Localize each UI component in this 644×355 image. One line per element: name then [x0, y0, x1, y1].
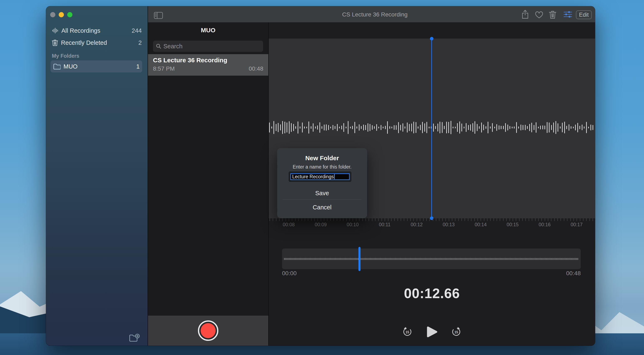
dialog-title: New Folder	[277, 155, 367, 162]
window-title: CS Lecture 36 Recording	[342, 11, 408, 18]
text-caret	[334, 174, 335, 179]
new-folder-dialog: New Folder Enter a name for this folder.…	[277, 148, 367, 218]
trash-icon	[549, 9, 556, 20]
list-header: MUO	[148, 27, 268, 34]
time-ruler-labels: 00:0800:0900:1000:1100:1200:1300:1400:15…	[269, 222, 595, 228]
playback-settings-button[interactable]	[563, 9, 572, 20]
edit-button[interactable]: Edit	[576, 11, 592, 19]
save-button[interactable]: Save	[277, 187, 367, 199]
time-ruler-ticks	[269, 218, 595, 221]
sidebar: All Recordings 244 Recently Deleted 2 My…	[46, 6, 148, 346]
delete-button[interactable]	[549, 9, 558, 20]
trash-icon	[52, 39, 58, 46]
sidebar-section-my-folders: My Folders	[52, 53, 79, 59]
cancel-button[interactable]: Cancel	[277, 201, 367, 213]
folder-plus-icon	[129, 333, 140, 343]
voice-memos-window: All Recordings 244 Recently Deleted 2 My…	[46, 6, 595, 346]
folder-name-input[interactable]: Lecture Recordings	[290, 173, 350, 180]
recording-duration: 00:48	[249, 65, 263, 72]
share-button[interactable]	[521, 9, 530, 20]
playback-settings-icon	[563, 9, 572, 20]
folder-label: MUO	[64, 63, 78, 70]
detail-pane: 00:0800:0900:1000:1100:1200:1300:1400:15…	[269, 23, 595, 346]
skip-back-15-icon: 15	[402, 327, 412, 337]
search-placeholder: Search	[164, 43, 182, 50]
sidebar-item-count: 2	[138, 39, 142, 46]
overview-scrubber[interactable]	[282, 248, 581, 269]
sidebar-item-label: Recently Deleted	[61, 39, 107, 46]
overview-start-label: 00:00	[282, 270, 296, 277]
sidebar-item-label: All Recordings	[62, 27, 100, 34]
svg-text:15: 15	[406, 330, 409, 334]
recording-title: CS Lecture 36 Recording	[153, 57, 263, 64]
recording-time: 8:57 PM	[153, 65, 175, 72]
record-button-dot	[201, 323, 216, 338]
window-zoom-button[interactable]	[67, 12, 72, 17]
play-icon	[426, 326, 438, 338]
folder-name-value: Lecture Recordings	[292, 174, 334, 180]
record-strip	[148, 316, 268, 346]
svg-text:15: 15	[454, 330, 458, 334]
overview-waveform	[284, 258, 579, 260]
sidebar-item-recently-deleted[interactable]: Recently Deleted 2	[49, 37, 144, 49]
share-icon	[521, 9, 529, 20]
dialog-message: Enter a name for this folder.	[277, 164, 367, 170]
new-folder-button[interactable]	[129, 333, 140, 343]
recording-list-item[interactable]: CS Lecture 36 Recording 8:57 PM 00:48	[148, 54, 268, 76]
skip-forward-15-button[interactable]: 15	[451, 327, 461, 337]
window-minimize-button[interactable]	[59, 12, 64, 17]
waveform-icon	[52, 27, 58, 34]
current-time-display: 00:12.66	[404, 285, 460, 301]
folder-count: 1	[136, 63, 140, 70]
search-input[interactable]: Search	[153, 41, 263, 52]
toolbar: CS Lecture 36 Recording	[148, 6, 595, 23]
skip-forward-15-icon: 15	[451, 327, 461, 337]
playhead-top-dot	[430, 37, 433, 41]
window-close-button[interactable]	[50, 12, 55, 17]
record-button[interactable]	[198, 320, 218, 341]
heart-icon	[534, 9, 544, 20]
sidebar-toggle-icon	[154, 12, 163, 19]
search-icon	[156, 44, 161, 49]
sidebar-item-folder-muo[interactable]: MUO 1	[50, 60, 142, 73]
overview-end-label: 00:48	[566, 270, 581, 277]
recordings-list-panel: MUO Search CS Lecture 36 Recording 8:57 …	[148, 23, 268, 346]
sidebar-toggle-button[interactable]	[154, 12, 163, 19]
playhead[interactable]	[431, 39, 432, 218]
folder-icon	[53, 63, 60, 70]
transport-controls: 15 15	[269, 322, 595, 341]
dialog-divider	[283, 199, 362, 200]
overview-playhead[interactable]	[358, 247, 360, 271]
sidebar-item-count: 244	[132, 27, 142, 34]
play-button[interactable]	[426, 326, 438, 338]
favorite-button[interactable]	[534, 9, 544, 20]
skip-back-15-button[interactable]: 15	[402, 327, 412, 337]
folder-name-field-frame: Lecture Recordings	[289, 171, 351, 182]
sidebar-item-all-recordings[interactable]: All Recordings 244	[49, 25, 144, 37]
